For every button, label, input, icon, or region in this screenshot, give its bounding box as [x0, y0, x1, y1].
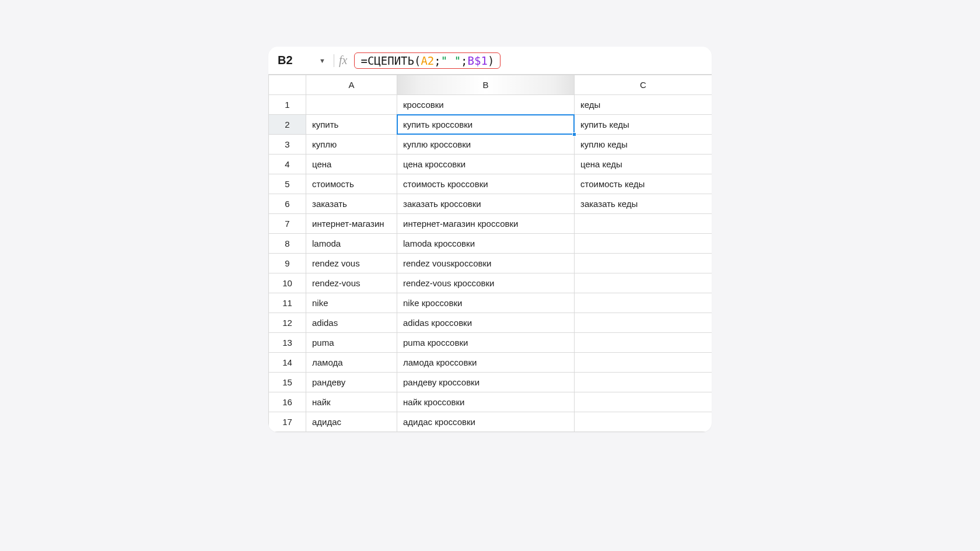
cell-C8[interactable]	[575, 234, 712, 254]
row-header-10[interactable]: 10	[269, 273, 306, 293]
cell-B1[interactable]: кроссовки	[397, 95, 575, 115]
cell-B6[interactable]: заказать кроссовки	[397, 194, 575, 214]
cell-B3[interactable]: куплю кроссовки	[397, 135, 575, 155]
cell-B17[interactable]: адидас кроссовки	[397, 412, 575, 432]
cell-B12[interactable]: adidas кроссовки	[397, 313, 575, 333]
formula-ref-a2: A2	[421, 54, 434, 67]
cell-B4[interactable]: цена кроссовки	[397, 155, 575, 174]
row-13: 13pumapuma кроссовки	[269, 333, 712, 353]
row-header-14[interactable]: 14	[269, 353, 306, 373]
fx-icon[interactable]: fx	[339, 54, 347, 67]
cell-C16[interactable]	[575, 392, 712, 412]
cell-A9[interactable]: rendez vous	[306, 254, 397, 273]
formula-ref-b1: B$1	[468, 54, 488, 67]
row-header-1[interactable]: 1	[269, 95, 306, 115]
row-header-8[interactable]: 8	[269, 234, 306, 254]
cell-A5[interactable]: стоимость	[306, 174, 397, 194]
name-box[interactable]: B2 ▼	[273, 54, 329, 67]
cell-A12[interactable]: adidas	[306, 313, 397, 333]
row-header-17[interactable]: 17	[269, 412, 306, 432]
row-3: 3куплюкуплю кроссовкикуплю кеды	[269, 135, 712, 155]
cell-B8[interactable]: lamoda кроссовки	[397, 234, 575, 254]
cell-A4[interactable]: цена	[306, 155, 397, 174]
row-header-7[interactable]: 7	[269, 214, 306, 234]
cell-A1[interactable]	[306, 95, 397, 115]
cell-C13[interactable]	[575, 333, 712, 353]
cell-C10[interactable]	[575, 273, 712, 293]
formula-input[interactable]: = СЦЕПИТЬ ( A2 ; " " ; B$1 )	[354, 52, 501, 69]
row-header-12[interactable]: 12	[269, 313, 306, 333]
cell-C5[interactable]: стоимость кеды	[575, 174, 712, 194]
cell-C14[interactable]	[575, 353, 712, 373]
row-5: 5стоимостьстоимость кроссовкистоимость к…	[269, 174, 712, 194]
cell-C4[interactable]: цена кеды	[575, 155, 712, 174]
column-header-row: A B C	[269, 75, 712, 95]
cell-B10[interactable]: rendez-vous кроссовки	[397, 273, 575, 293]
row-header-15[interactable]: 15	[269, 373, 306, 392]
name-box-dropdown-icon[interactable]: ▼	[319, 57, 326, 64]
row-header-5[interactable]: 5	[269, 174, 306, 194]
select-all-corner[interactable]	[269, 75, 306, 95]
cell-B7[interactable]: интернет-магазин кроссовки	[397, 214, 575, 234]
formula-bar: B2 ▼ fx = СЦЕПИТЬ ( A2 ; " " ; B$1 )	[268, 47, 712, 75]
formula-string: " "	[441, 54, 461, 67]
cell-B16[interactable]: найк кроссовки	[397, 392, 575, 412]
cell-A11[interactable]: nike	[306, 293, 397, 313]
row-1: 1кроссовкикеды	[269, 95, 712, 115]
cell-A13[interactable]: puma	[306, 333, 397, 353]
cell-C6[interactable]: заказать кеды	[575, 194, 712, 214]
cell-B15[interactable]: рандеву кроссовки	[397, 373, 575, 392]
cell-C2[interactable]: купить кеды	[575, 115, 712, 135]
cell-B13[interactable]: puma кроссовки	[397, 333, 575, 353]
selection-handle[interactable]	[572, 132, 576, 136]
row-17: 17адидасадидас кроссовки	[269, 412, 712, 432]
cell-A7[interactable]: интернет-магазин	[306, 214, 397, 234]
row-10: 10rendez-vousrendez-vous кроссовки	[269, 273, 712, 293]
col-header-C[interactable]: C	[575, 75, 712, 95]
cell-C1[interactable]: кеды	[575, 95, 712, 115]
grid[interactable]: A B C 1кроссовкикеды2купитькупить кроссо…	[268, 75, 712, 432]
cell-B5[interactable]: стоимость кроссовки	[397, 174, 575, 194]
formula-sep2: ;	[461, 54, 467, 67]
row-header-3[interactable]: 3	[269, 135, 306, 155]
col-header-B[interactable]: B	[397, 75, 575, 95]
row-2: 2купитькупить кроссовкикупить кеды	[269, 115, 712, 135]
row-header-9[interactable]: 9	[269, 254, 306, 273]
row-16: 16найкнайк кроссовки	[269, 392, 712, 412]
cell-C17[interactable]	[575, 412, 712, 432]
cell-A15[interactable]: рандеву	[306, 373, 397, 392]
row-14: 14ламодаламода кроссовки	[269, 353, 712, 373]
cell-A10[interactable]: rendez-vous	[306, 273, 397, 293]
row-header-11[interactable]: 11	[269, 293, 306, 313]
spreadsheet-window: B2 ▼ fx = СЦЕПИТЬ ( A2 ; " " ; B$1 ) A B…	[268, 47, 712, 432]
cell-C3[interactable]: куплю кеды	[575, 135, 712, 155]
cell-C9[interactable]	[575, 254, 712, 273]
cell-A2[interactable]: купить	[306, 115, 397, 135]
cell-B2[interactable]: купить кроссовки	[397, 115, 575, 135]
cell-C15[interactable]	[575, 373, 712, 392]
cell-C11[interactable]	[575, 293, 712, 313]
row-header-4[interactable]: 4	[269, 155, 306, 174]
row-header-13[interactable]: 13	[269, 333, 306, 353]
cell-A16[interactable]: найк	[306, 392, 397, 412]
cell-A8[interactable]: lamoda	[306, 234, 397, 254]
cell-C7[interactable]	[575, 214, 712, 234]
formula-sep1: ;	[434, 54, 440, 67]
cell-B9[interactable]: rendez vousкроссовки	[397, 254, 575, 273]
cell-C12[interactable]	[575, 313, 712, 333]
formula-function: СЦЕПИТЬ	[368, 54, 414, 67]
row-header-16[interactable]: 16	[269, 392, 306, 412]
row-8: 8lamodalamoda кроссовки	[269, 234, 712, 254]
cell-A6[interactable]: заказать	[306, 194, 397, 214]
row-header-2[interactable]: 2	[269, 115, 306, 135]
cell-B14[interactable]: ламода кроссовки	[397, 353, 575, 373]
cell-A3[interactable]: куплю	[306, 135, 397, 155]
cell-B11[interactable]: nike кроссовки	[397, 293, 575, 313]
cell-A14[interactable]: ламода	[306, 353, 397, 373]
name-box-value: B2	[278, 54, 293, 67]
cell-A17[interactable]: адидас	[306, 412, 397, 432]
row-7: 7интернет-магазининтернет-магазин кроссо…	[269, 214, 712, 234]
col-header-A[interactable]: A	[306, 75, 397, 95]
row-header-6[interactable]: 6	[269, 194, 306, 214]
row-9: 9rendez vousrendez vousкроссовки	[269, 254, 712, 273]
